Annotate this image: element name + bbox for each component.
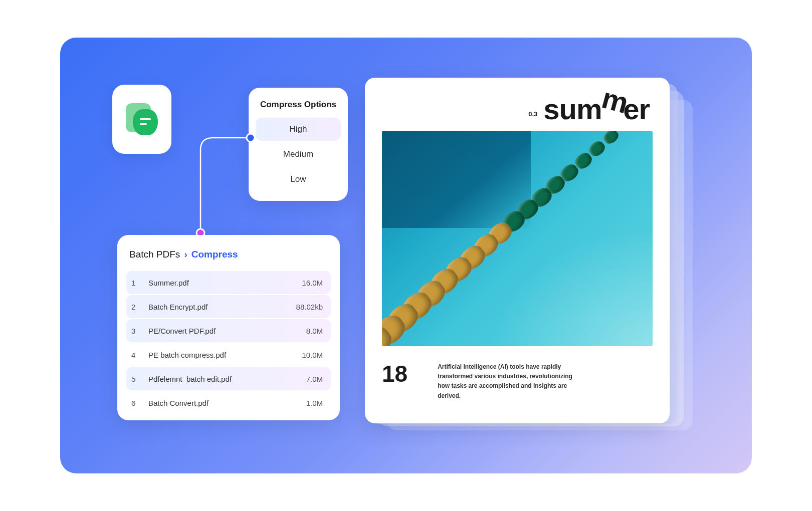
compress-option-low[interactable]: Low bbox=[256, 168, 341, 191]
document-body-text: Artificial Intelligence (AI) tools have … bbox=[438, 362, 573, 401]
document-footer: 18 Artificial Intelligence (AI) tools ha… bbox=[382, 362, 653, 401]
file-size: 88.02kb bbox=[296, 303, 323, 311]
file-name: Pdfelemnt_batch edit.pdf bbox=[148, 375, 306, 383]
app-logo-card bbox=[112, 85, 171, 154]
compress-options-panel: Compress Options High Medium Low bbox=[249, 88, 348, 201]
compress-option-high[interactable]: High bbox=[256, 118, 341, 141]
document-preview[interactable]: 0.3 summer 18 Artificial Intelligence (A… bbox=[365, 78, 670, 423]
chevron-right-icon: › bbox=[184, 249, 187, 260]
document-preview-stack: 0.3 summer 18 Artificial Intelligence (A… bbox=[365, 78, 686, 433]
document-header: 0.3 summer bbox=[382, 95, 653, 124]
file-name: Batch Convert.pdf bbox=[148, 399, 306, 407]
file-size: 16.0M bbox=[302, 279, 323, 287]
breadcrumb-root[interactable]: Batch PDFs bbox=[129, 249, 180, 260]
file-name: PE/Convert PDF.pdf bbox=[148, 327, 306, 335]
file-size: 8.0M bbox=[306, 327, 323, 335]
document-title: summer bbox=[543, 95, 650, 124]
compress-option-medium[interactable]: Medium bbox=[256, 143, 341, 166]
file-row[interactable]: 2 Batch Encrypt.pdf 88.02kb bbox=[126, 295, 331, 318]
batch-files-panel: Batch PDFs › Compress 1 Summer.pdf 16.0M… bbox=[117, 235, 340, 420]
file-row[interactable]: 5 Pdfelemnt_batch edit.pdf 7.0M bbox=[126, 367, 331, 390]
file-size: 10.0M bbox=[302, 351, 323, 359]
compress-options-title: Compress Options bbox=[256, 100, 341, 110]
app-logo-icon bbox=[126, 103, 158, 135]
file-size: 1.0M bbox=[306, 399, 323, 407]
document-hero-image bbox=[382, 131, 653, 346]
breadcrumb: Batch PDFs › Compress bbox=[126, 249, 331, 260]
file-row[interactable]: 1 Summer.pdf 16.0M bbox=[126, 271, 331, 294]
file-name: PE batch compress.pdf bbox=[148, 351, 302, 359]
app-canvas: Compress Options High Medium Low Batch P… bbox=[60, 38, 752, 473]
document-version: 0.3 bbox=[528, 110, 537, 124]
file-row[interactable]: 4 PE batch compress.pdf 10.0M bbox=[126, 343, 331, 366]
file-row[interactable]: 3 PE/Convert PDF.pdf 8.0M bbox=[126, 319, 331, 342]
file-name: Summer.pdf bbox=[148, 279, 302, 287]
file-name: Batch Encrypt.pdf bbox=[148, 303, 296, 311]
document-page-number: 18 bbox=[382, 362, 408, 385]
file-row[interactable]: 6 Batch Convert.pdf 1.0M bbox=[126, 391, 331, 414]
connector-line bbox=[198, 135, 252, 240]
breadcrumb-current: Compress bbox=[191, 249, 238, 260]
file-size: 7.0M bbox=[306, 375, 323, 383]
